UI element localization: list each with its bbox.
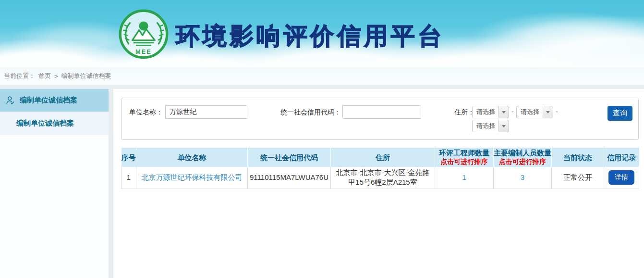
col-address: 住所 xyxy=(331,148,435,167)
user-check-icon xyxy=(5,95,15,105)
search-panel: 单位名称： 统一社会信用代码： 住所： 请选择 - 请选择 - 请选择 查询 xyxy=(121,98,639,140)
col-engineers-title: 环评工程师数量 xyxy=(439,149,489,157)
chevron-down-icon[interactable] xyxy=(543,106,553,118)
mee-logo-icon: MEE xyxy=(118,9,169,60)
breadcrumb-separator: > xyxy=(54,73,58,80)
table-row: 1 北京万源世纪环保科技有限公司 91110115MA7LWUA76U 北京市-… xyxy=(122,167,639,189)
breadcrumb: 当前位置： 首页 > 编制单位诚信档案 xyxy=(0,67,644,85)
sidebar-subitem-label: 编制单位诚信档案 xyxy=(16,119,74,128)
province-select[interactable]: 请选择 xyxy=(472,106,509,118)
address-label: 住所： xyxy=(454,105,474,119)
engineer-count-link[interactable]: 1 xyxy=(462,173,466,181)
content-area: 编制单位诚信档案 编制单位诚信档案 单位名称： 统一社会信用代码： 住所： 请选… xyxy=(0,89,644,278)
divider-band xyxy=(0,85,644,89)
sidebar: 编制单位诚信档案 编制单位诚信档案 xyxy=(0,89,109,278)
col-status: 当前状态 xyxy=(552,148,604,167)
row-index: 1 xyxy=(122,167,136,189)
col-engineers[interactable]: 环评工程师数量 点击可进行排序 xyxy=(435,148,494,167)
unit-name-label: 单位名称： xyxy=(129,105,163,119)
district-select-value: 请选择 xyxy=(473,120,498,132)
city-select[interactable]: 请选择 xyxy=(516,106,553,118)
district-select[interactable]: 请选择 xyxy=(472,120,509,132)
col-name: 单位名称 xyxy=(136,148,248,167)
engineers-sort-hint[interactable]: 点击可进行排序 xyxy=(435,157,493,166)
credit-code-input[interactable] xyxy=(342,105,421,119)
staff-count-link[interactable]: 3 xyxy=(521,173,524,181)
col-staff-title: 主要编制人员数量 xyxy=(494,149,551,157)
breadcrumb-home-link[interactable]: 首页 xyxy=(38,72,51,80)
address-dash2: - xyxy=(556,108,558,115)
city-select-value: 请选择 xyxy=(517,106,543,118)
unit-name-input[interactable] xyxy=(165,105,247,119)
site-banner: MEE 环境影响评价信用平台 xyxy=(0,0,644,67)
credit-code-label: 统一社会信用代码： xyxy=(280,105,341,119)
col-code: 统一社会信用代码 xyxy=(248,148,331,167)
col-index: 序号 xyxy=(122,148,136,167)
row-address: 北京市-北京市-大兴区-金苑路甲15号6幢2层A215室 xyxy=(331,167,435,189)
sidebar-subitem-unit-credit-archive[interactable]: 编制单位诚信档案 xyxy=(0,112,109,135)
chevron-down-icon[interactable] xyxy=(498,120,509,132)
company-name-link[interactable]: 北京万源世纪环保科技有限公司 xyxy=(142,173,243,181)
staff-sort-hint[interactable]: 点击可进行排序 xyxy=(494,157,551,166)
breadcrumb-label: 当前位置： xyxy=(4,72,35,80)
svg-text:MEE: MEE xyxy=(135,48,152,55)
sidebar-item-label: 编制单位诚信档案 xyxy=(20,96,77,105)
sidebar-main-divider xyxy=(109,89,113,278)
row-credit-code: 91110115MA7LWUA76U xyxy=(248,167,331,189)
province-select-value: 请选择 xyxy=(473,106,498,118)
chevron-down-icon[interactable] xyxy=(498,106,509,118)
main-panel: 单位名称： 统一社会信用代码： 住所： 请选择 - 请选择 - 请选择 查询 xyxy=(113,89,644,278)
address-dash: - xyxy=(511,108,514,115)
col-staff[interactable]: 主要编制人员数量 点击可进行排序 xyxy=(494,148,552,167)
col-credit: 信用记录 xyxy=(604,148,639,167)
detail-button[interactable]: 详情 xyxy=(608,170,634,185)
sidebar-item-unit-credit-archive[interactable]: 编制单位诚信档案 xyxy=(0,89,109,112)
query-button[interactable]: 查询 xyxy=(608,106,632,121)
breadcrumb-current: 编制单位诚信档案 xyxy=(61,72,111,80)
table-header-row: 序号 单位名称 统一社会信用代码 住所 环评工程师数量 点击可进行排序 主要编制… xyxy=(122,148,639,167)
results-table: 序号 单位名称 统一社会信用代码 住所 环评工程师数量 点击可进行排序 主要编制… xyxy=(121,148,639,189)
page-title: 环境影响评价信用平台 xyxy=(176,20,445,52)
row-status: 正常公开 xyxy=(552,167,604,189)
